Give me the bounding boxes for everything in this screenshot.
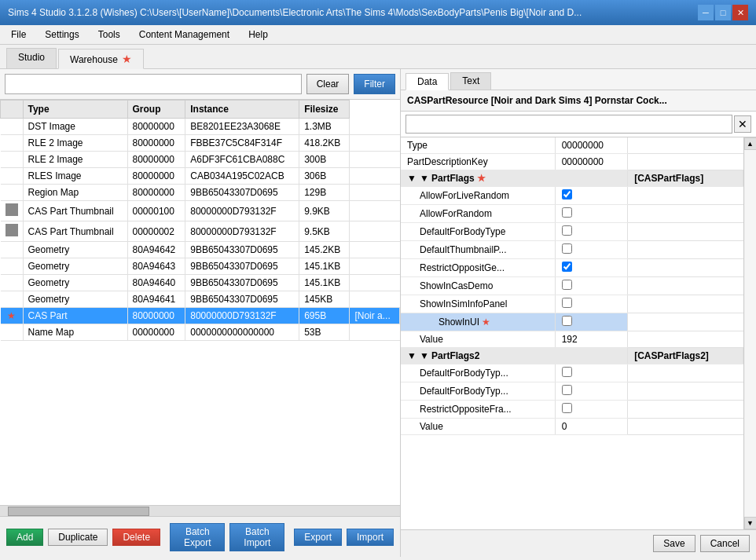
group-name[interactable]: ▼▼ PartFlags2 (401, 348, 628, 364)
property-checkbox[interactable] (562, 298, 572, 308)
col-type[interactable]: Type (23, 101, 127, 119)
table-row[interactable]: CAS Part Thumbnail0000000280000000D79313… (1, 221, 400, 242)
col-filesize[interactable]: Filesize (299, 101, 350, 119)
table-row[interactable]: RLE 2 Image80000000A6DF3FC61CBA088C300B (1, 152, 400, 168)
property-row[interactable]: ShowInSimInfoPanel (401, 295, 743, 313)
table-row[interactable]: DST Image80000000BE8201EE23A3068E1.3MB (1, 119, 400, 135)
tab-warehouse[interactable]: Warehouse ★ (58, 49, 144, 69)
property-row[interactable]: ShowInCasDemo (401, 277, 743, 295)
right-scrollbar[interactable]: ▲ ▼ (743, 137, 756, 529)
property-checkbox[interactable] (562, 207, 572, 218)
tab-data[interactable]: Data (406, 73, 449, 90)
window-title: Sims 4 Studio 3.1.2.8 (Wishes) C:\Users\… (8, 7, 582, 18)
prop-checkbox-cell[interactable] (555, 382, 628, 401)
prop-checkbox-cell[interactable] (555, 205, 628, 223)
cell-filesize: 418.2KB (299, 135, 350, 152)
prop-checkbox-cell[interactable] (555, 277, 628, 295)
property-row[interactable]: RestrictOppositGe... (401, 259, 743, 277)
property-row[interactable]: DefaultForBodyType (401, 223, 743, 241)
cell-filesize: 695B (299, 308, 350, 324)
table-row[interactable]: Region Map800000009BB65043307D0695129B (1, 185, 400, 201)
table-row[interactable]: Name Map00000000000000000000000053B (1, 324, 400, 341)
thumbnail-cell (1, 168, 24, 185)
table-row[interactable]: RLE 2 Image80000000FBBE37C5C84F314F418.2… (1, 135, 400, 152)
horizontal-scrollbar[interactable] (0, 505, 400, 516)
maximize-button[interactable]: □ (715, 5, 731, 20)
scroll-up-arrow[interactable]: ▲ (744, 137, 757, 150)
prop-checkbox-cell[interactable] (555, 313, 628, 331)
export-button[interactable]: Export (294, 529, 342, 546)
prop-checkbox-cell[interactable] (555, 295, 628, 313)
table-row[interactable]: Geometry80A946419BB65043307D0695145KB (1, 291, 400, 308)
cancel-button[interactable]: Cancel (700, 535, 750, 552)
table-row[interactable]: Geometry80A946439BB65043307D0695145.1KB (1, 258, 400, 275)
prop-name-cell: DefaultForBodyTyp... (401, 382, 555, 401)
close-button[interactable]: ✕ (732, 5, 748, 20)
delete-button[interactable]: Delete (112, 529, 160, 546)
property-row[interactable]: RestrictOppositeFra... (401, 401, 743, 419)
property-checkbox[interactable] (562, 262, 572, 272)
table-row[interactable]: CAS Part Thumbnail0000010080000000D79313… (1, 201, 400, 221)
menu-settings[interactable]: Settings (40, 27, 83, 42)
property-row[interactable]: AllowForRandom (401, 205, 743, 223)
prop-checkbox-cell[interactable] (555, 187, 628, 205)
cell-group: 80000000 (127, 185, 185, 201)
property-checkbox[interactable] (562, 403, 572, 413)
group-name[interactable]: ▼▼ PartFlags ★ (401, 170, 628, 187)
search-input[interactable] (5, 74, 302, 94)
tab-text[interactable]: Text (450, 72, 491, 90)
property-row[interactable]: ShowInUI ★ (401, 313, 743, 331)
property-checkbox[interactable] (562, 367, 572, 377)
col-group[interactable]: Group (127, 101, 185, 119)
property-checkbox[interactable] (562, 316, 572, 326)
clear-button[interactable]: Clear (306, 74, 350, 94)
property-checkbox[interactable] (562, 243, 572, 254)
batch-import-button[interactable]: Batch Import (229, 523, 284, 551)
table-row[interactable]: RLES Image80000000CAB034A195C02ACB306B (1, 168, 400, 185)
scroll-down-arrow[interactable]: ▼ (744, 517, 757, 529)
minimize-button[interactable]: ─ (698, 5, 714, 20)
collapse-arrow[interactable]: ▼ (407, 350, 417, 361)
col-instance[interactable]: Instance (185, 101, 299, 119)
prop-value-cell: 00000000 (555, 137, 628, 154)
table-row[interactable]: Geometry80A946429BB65043307D0695145.2KB (1, 242, 400, 258)
prop-name-cell: AllowForRandom (401, 205, 555, 223)
prop-checkbox-cell[interactable] (555, 401, 628, 419)
tab-studio[interactable]: Studio (6, 48, 57, 68)
menu-help[interactable]: Help (244, 27, 273, 42)
table-row[interactable]: Geometry80A946409BB65043307D0695145.1KB (1, 275, 400, 291)
file-table-container: Type Group Instance Filesize DST Image80… (0, 100, 400, 505)
cell-group: 80A94643 (127, 258, 185, 275)
table-row[interactable]: ★CAS Part8000000080000000D793132F695B[No… (1, 308, 400, 324)
property-row[interactable]: DefaultForBodyTyp... (401, 382, 743, 401)
property-checkbox[interactable] (562, 385, 572, 395)
scrollbar-thumb[interactable] (8, 507, 149, 516)
properties-table: Type00000000PartDescriptionKey00000000▼▼… (401, 137, 743, 529)
cell-instance: 0000000000000000 (185, 324, 299, 341)
prop-checkbox-cell[interactable] (555, 259, 628, 277)
filter-button[interactable]: Filter (354, 74, 395, 94)
right-search-input[interactable] (406, 115, 732, 134)
menu-file[interactable]: File (6, 27, 31, 42)
prop-checkbox-cell[interactable] (555, 241, 628, 259)
property-checkbox[interactable] (562, 225, 572, 236)
prop-checkbox-cell[interactable] (555, 364, 628, 382)
thumbnail-cell (1, 152, 24, 168)
property-row[interactable]: AllowForLiveRandom (401, 187, 743, 205)
save-button[interactable]: Save (653, 535, 695, 552)
bottom-bar: Add Duplicate Delete Batch Export Batch … (0, 516, 400, 557)
property-checkbox[interactable] (562, 280, 572, 290)
menu-tools[interactable]: Tools (94, 27, 125, 42)
menu-content-management[interactable]: Content Management (134, 27, 234, 42)
duplicate-button[interactable]: Duplicate (48, 529, 108, 546)
property-row[interactable]: DefaultThumbnailP... (401, 241, 743, 259)
search-clear-button[interactable]: ✕ (734, 115, 751, 133)
cell-group: 80000000 (127, 152, 185, 168)
property-row[interactable]: DefaultForBodyTyp... (401, 364, 743, 382)
batch-export-button[interactable]: Batch Export (170, 523, 225, 551)
add-button[interactable]: Add (6, 529, 43, 546)
prop-checkbox-cell[interactable] (555, 223, 628, 241)
property-checkbox[interactable] (562, 189, 572, 199)
collapse-arrow[interactable]: ▼ (407, 173, 417, 184)
import-button[interactable]: Import (347, 529, 394, 546)
